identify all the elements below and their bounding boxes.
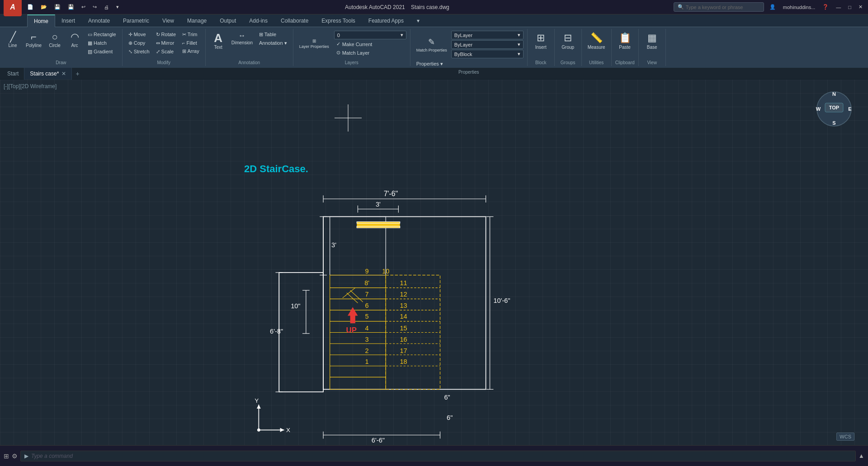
tab-featured[interactable]: Featured Apps <box>362 14 410 27</box>
copy-button[interactable]: ⊕ Copy <box>126 39 152 47</box>
fillet-button[interactable]: ⌐ Fillet <box>180 39 202 47</box>
svg-text:3': 3' <box>331 241 336 249</box>
clipboard-group: 📋 Paste Clipboard <box>612 29 639 66</box>
table-button[interactable]: ⊞ Table <box>257 31 289 38</box>
svg-text:6: 6 <box>365 302 369 309</box>
group-button[interactable]: ⊟ Group <box>559 31 577 51</box>
chevron-down-icon: ▾ <box>401 32 403 38</box>
trim-button[interactable]: ✂ Trim <box>180 31 202 38</box>
new-button[interactable]: 📄 <box>25 3 35 11</box>
properties-group: ✎ Match Properties ByLayer ▾ ByLayer ▾ B… <box>410 29 528 66</box>
view-group-label: View <box>647 60 657 66</box>
svg-text:W: W <box>816 106 821 112</box>
wcs-badge: WCS <box>836 433 854 441</box>
search-icon: 🔍 <box>678 4 684 10</box>
tab-custom[interactable]: ▾ <box>410 14 426 27</box>
measure-label: Measure <box>588 45 605 50</box>
svg-rect-24 <box>279 273 323 392</box>
plot-button[interactable]: 🖨 <box>102 4 111 11</box>
match-properties-button[interactable]: ✎ Match Properties <box>414 36 449 54</box>
tab-collaborate[interactable]: Collaborate <box>274 14 315 27</box>
tab-insert[interactable]: Insert <box>55 14 82 27</box>
svg-text:6": 6" <box>447 414 453 421</box>
match-layer-button[interactable]: ⊙ Match Layer <box>334 49 406 56</box>
properties-dropdown[interactable]: Properties ▾ <box>414 60 445 68</box>
tab-home[interactable]: Home <box>27 14 55 27</box>
tab-view[interactable]: View <box>156 14 181 27</box>
titlebar: A 📄 📂 💾 💾 ↩ ↪ 🖨 ▾ Autodesk AutoCAD 2021 … <box>0 0 868 14</box>
paste-label: Paste <box>619 45 631 50</box>
svg-line-73 <box>343 288 355 298</box>
command-input-area[interactable]: ▶ Type a command <box>20 451 856 461</box>
tab-close-icon[interactable]: ✕ <box>61 71 66 77</box>
draw-group: ╱ Line ⌐ Polyline ○ Circle ◠ Arc ▭ Recta… <box>0 29 123 66</box>
make-current-button[interactable]: ✓ Make Current <box>334 40 406 48</box>
tab-stairs[interactable]: Stairs case* ✕ <box>24 68 72 80</box>
gradient-button[interactable]: ▧ Gradient <box>85 48 118 56</box>
match-properties-label: Match Properties <box>416 48 447 52</box>
cmd-grid-button[interactable]: ⊞ <box>4 452 9 460</box>
svg-text:E: E <box>848 106 851 112</box>
cmd-settings-button[interactable]: ⚙ <box>12 452 18 460</box>
viewport[interactable]: [-][Top][2D Wireframe] 2D StairCase. 7'-… <box>0 80 868 445</box>
rotate-button[interactable]: ↻ Rotate <box>154 31 178 38</box>
command-line: ⊞ ⚙ ▶ Type a command ▲ <box>0 445 868 466</box>
tab-start[interactable]: Start <box>2 68 24 80</box>
draw-items: ╱ Line ⌐ Polyline ○ Circle ◠ Arc ▭ Recta… <box>4 29 118 60</box>
tab-parametric[interactable]: Parametric <box>117 14 156 27</box>
array-button[interactable]: ⊞ Array <box>180 47 202 55</box>
base-button[interactable]: ▦ Base <box>643 31 661 51</box>
scale-button[interactable]: ⤢ Scale <box>154 48 178 56</box>
undo-button[interactable]: ↩ <box>80 3 87 11</box>
tab-addins[interactable]: Add-ins <box>243 14 274 27</box>
mirror-button[interactable]: ⇔ Mirror <box>154 39 178 47</box>
svg-text:12: 12 <box>400 291 407 298</box>
paste-button[interactable]: 📋 Paste <box>616 31 634 51</box>
search-bar[interactable]: 🔍 Type a keyword or phrase <box>674 2 764 12</box>
measure-button[interactable]: 📏 Measure <box>585 31 608 51</box>
rectangle-button[interactable]: ▭ Rectangle <box>85 31 118 38</box>
text-button[interactable]: A Text <box>209 31 227 51</box>
groups-items: ⊟ Group <box>559 29 577 60</box>
svg-text:TOP: TOP <box>829 105 839 110</box>
dropdown-button[interactable]: ▾ <box>114 3 121 11</box>
tab-annotate[interactable]: Annotate <box>82 14 117 27</box>
linetype-dropdown[interactable]: ByLayer ▾ <box>451 40 524 49</box>
tab-manage[interactable]: Manage <box>181 14 213 27</box>
stretch-button[interactable]: ⤡ Stretch <box>126 48 152 56</box>
tab-stairs-label: Stairs case* <box>30 71 59 77</box>
tab-output[interactable]: Output <box>213 14 243 27</box>
maximize-button[interactable]: □ <box>846 4 853 11</box>
hatch-button[interactable]: ▦ Hatch <box>85 39 118 47</box>
redo-button[interactable]: ↪ <box>91 3 99 11</box>
lineweight-dropdown[interactable]: ByBlock ▾ <box>451 50 524 58</box>
save-as-button[interactable]: 💾 <box>66 3 76 11</box>
block-group: ⊞ Insert Block <box>528 29 555 66</box>
draw-more: ▭ Rectangle ▦ Hatch ▧ Gradient <box>85 31 118 56</box>
dimension-button[interactable]: ↔ Dimension <box>229 31 255 47</box>
circle-button[interactable]: ○ Circle <box>46 31 64 49</box>
open-button[interactable]: 📂 <box>39 3 49 11</box>
help-button[interactable]: ❓ <box>821 3 830 11</box>
polyline-button[interactable]: ⌐ Polyline <box>24 31 44 49</box>
arc-button[interactable]: ◠ Arc <box>66 31 84 49</box>
app-title: Autodesk AutoCAD 2021 <box>345 4 405 10</box>
color-dropdown[interactable]: ByLayer ▾ <box>451 31 524 39</box>
svg-marker-83 <box>257 405 261 409</box>
layer-properties-button[interactable]: ⊞ Layer Properties <box>297 37 331 50</box>
save-button[interactable]: 💾 <box>52 3 62 11</box>
tab-express[interactable]: Express Tools <box>315 14 362 27</box>
minimize-button[interactable]: — <box>834 4 843 11</box>
close-button[interactable]: ✕ <box>857 3 864 11</box>
cmd-scroll-up[interactable]: ▲ <box>859 452 864 459</box>
user-icon[interactable]: 👤 <box>768 3 778 11</box>
move-button[interactable]: ✛ Move <box>126 31 152 38</box>
line-button[interactable]: ╱ Line <box>4 31 22 49</box>
svg-text:Y: Y <box>255 397 259 404</box>
command-placeholder: Type a command <box>31 453 73 459</box>
svg-text:10: 10 <box>382 268 389 275</box>
anno-dropdown[interactable]: Annotation ▾ <box>257 39 289 47</box>
layer-dropdown[interactable]: 0 ▾ <box>334 31 406 39</box>
insert-button[interactable]: ⊞ Insert <box>532 31 550 51</box>
tab-add-button[interactable]: + <box>72 69 83 79</box>
